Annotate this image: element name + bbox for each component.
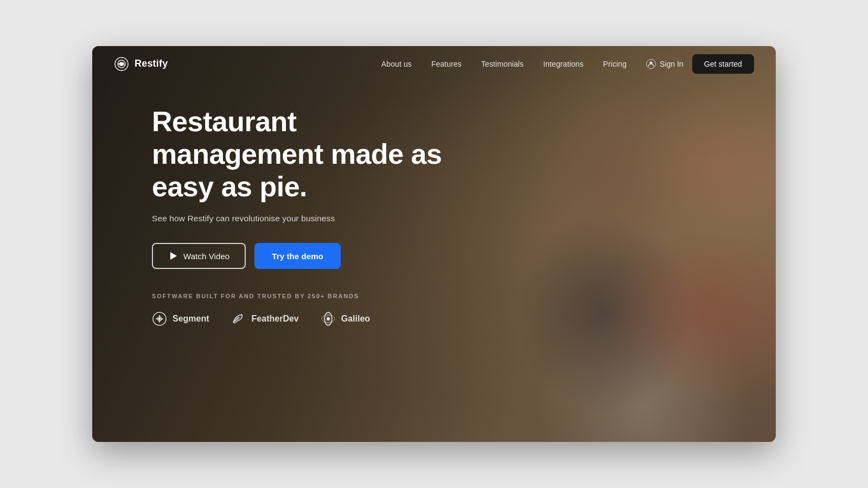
person-icon xyxy=(648,61,654,67)
browser-window: Restify About us Features Testimonials I… xyxy=(92,46,776,442)
restify-logo-icon xyxy=(114,56,129,72)
brand-logos: Segment FeatherDev Galileo xyxy=(152,311,450,326)
logo-text: Restify xyxy=(135,58,168,69)
play-triangle xyxy=(170,252,177,260)
logo-area: Restify xyxy=(114,56,168,72)
featherdev-label: FeatherDev xyxy=(252,314,299,324)
signin-button[interactable]: Sign In xyxy=(646,59,684,69)
try-demo-button[interactable]: Try the demo xyxy=(254,243,341,269)
hero-content: Restaurant management made as easy as pi… xyxy=(152,106,450,326)
nav-pricing[interactable]: Pricing xyxy=(603,60,627,68)
segment-label: Segment xyxy=(173,314,209,324)
trusted-text: SOFTWARE BUILT FOR AND TRUSTED BY 250+ B… xyxy=(152,293,450,299)
try-demo-label: Try the demo xyxy=(272,252,323,261)
nav-links: About us Features Testimonials Integrati… xyxy=(381,60,627,68)
segment-icon xyxy=(152,311,167,326)
svg-point-9 xyxy=(327,317,330,320)
segment-brand: Segment xyxy=(152,311,209,326)
galileo-icon xyxy=(321,311,336,326)
galileo-brand: Galileo xyxy=(321,311,370,326)
watch-video-button[interactable]: Watch Video xyxy=(152,243,246,269)
watch-video-label: Watch Video xyxy=(183,252,229,261)
featherdev-icon xyxy=(231,311,246,326)
signin-label: Sign In xyxy=(660,60,684,68)
hero-title: Restaurant management made as easy as pi… xyxy=(152,106,450,203)
get-started-button[interactable]: Get started xyxy=(692,54,754,74)
hero-subtitle: See how Restify can revolutionise your b… xyxy=(152,214,450,223)
svg-point-6 xyxy=(158,318,161,320)
user-icon xyxy=(646,59,656,69)
nav-testimonials[interactable]: Testimonials xyxy=(481,60,524,68)
nav-actions: Sign In Get started xyxy=(646,54,754,74)
navbar: Restify About us Features Testimonials I… xyxy=(92,46,776,81)
featherdev-brand: FeatherDev xyxy=(231,311,299,326)
play-icon xyxy=(168,251,178,261)
nav-about-us[interactable]: About us xyxy=(381,60,412,68)
galileo-label: Galileo xyxy=(341,314,370,324)
nav-integrations[interactable]: Integrations xyxy=(543,60,583,68)
hero-buttons: Watch Video Try the demo xyxy=(152,243,450,269)
nav-features[interactable]: Features xyxy=(431,60,462,68)
svg-point-2 xyxy=(120,62,123,65)
get-started-label: Get started xyxy=(704,60,742,68)
